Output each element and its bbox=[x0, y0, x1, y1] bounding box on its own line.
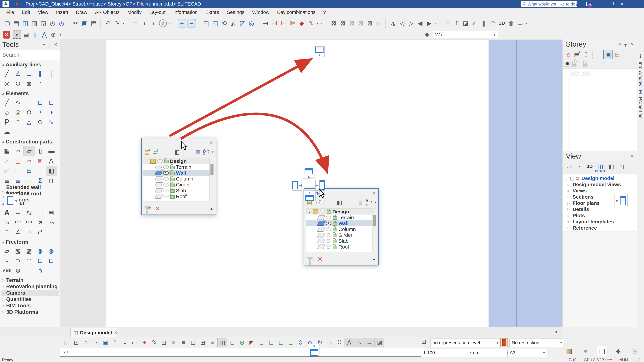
layer-type-icon[interactable] bbox=[155, 171, 163, 175]
storey-height-button[interactable]: ↥ bbox=[582, 50, 590, 59]
library-button[interactable]: ▥ bbox=[564, 346, 574, 356]
collapsed-section[interactable]: Renovation planning bbox=[1, 283, 59, 290]
circle-tool[interactable]: ◎ bbox=[12, 107, 24, 117]
level-point-tool[interactable]: +0.1 bbox=[24, 217, 34, 227]
layer-name[interactable]: Slab bbox=[176, 188, 186, 193]
stretch-insert-button[interactable]: ⇥ bbox=[261, 19, 270, 28]
layer-name[interactable]: Design bbox=[170, 158, 187, 164]
level-dim-tool[interactable]: +0.0 bbox=[12, 217, 24, 227]
print-preview-button[interactable]: ◲ bbox=[39, 19, 48, 28]
panel-menu-button[interactable] bbox=[619, 42, 621, 46]
visibility-eye-icon[interactable] bbox=[163, 177, 169, 181]
lock-icon[interactable] bbox=[333, 234, 337, 237]
view-more-button[interactable]: ▾ bbox=[434, 19, 438, 28]
lock-icon[interactable] bbox=[333, 222, 337, 226]
tools-search[interactable]: ⚲ bbox=[0, 50, 60, 60]
view-item[interactable]: ▷ Plots bbox=[563, 212, 636, 219]
storey-state-icon[interactable] bbox=[572, 61, 577, 66]
arc-tool-button[interactable]: ◠ bbox=[488, 19, 498, 28]
menu-item[interactable]: View bbox=[34, 9, 52, 15]
select-marquee-button[interactable]: ➤ bbox=[13, 30, 21, 39]
new-window-button[interactable]: ◱ bbox=[62, 338, 72, 347]
lock-icon[interactable] bbox=[170, 195, 174, 199]
view-item[interactable]: ▷ Reference bbox=[563, 225, 636, 231]
aux-tangent-circle-tool[interactable]: ◍ bbox=[24, 79, 34, 88]
view-previous-button[interactable]: ◁ bbox=[398, 19, 406, 28]
more-menu[interactable]: ... bbox=[608, 348, 612, 354]
paste-button[interactable]: ▤ bbox=[89, 19, 98, 28]
visibility-eye-icon[interactable] bbox=[320, 210, 325, 214]
roof-tool-button[interactable]: ⌂ bbox=[470, 19, 479, 28]
menu-item[interactable]: Settings bbox=[223, 9, 248, 15]
separator[interactable] bbox=[68, 19, 69, 28]
menu-item[interactable]: Information bbox=[170, 9, 202, 15]
layer-type-icon[interactable] bbox=[150, 159, 156, 164]
minimize-button[interactable]: – bbox=[597, 0, 606, 8]
layer-contrast-button[interactable]: ◧ bbox=[335, 198, 344, 207]
storey-structure-button[interactable]: ⊟ bbox=[613, 50, 622, 59]
layer-row[interactable]: Slab bbox=[144, 188, 210, 193]
visibility-eye-icon[interactable] bbox=[326, 245, 332, 249]
lock-icon[interactable] bbox=[164, 160, 168, 163]
separator[interactable] bbox=[162, 148, 171, 156]
layer-type-icon[interactable] bbox=[313, 209, 318, 214]
properties-select-button[interactable]: ⊕ bbox=[49, 31, 57, 39]
layer-row[interactable]: Girder bbox=[306, 232, 372, 238]
help-button[interactable]: ? bbox=[159, 19, 167, 27]
layer-row[interactable]: Roof bbox=[306, 244, 372, 250]
chevron-down-icon[interactable] bbox=[575, 162, 584, 171]
zoom-in-button[interactable]: + bbox=[178, 19, 186, 27]
dim-to-line-tool[interactable]: ⇥ bbox=[24, 227, 34, 237]
expand-chevron[interactable]: ▷ bbox=[567, 183, 570, 187]
aux-point-circle-tool[interactable]: ⊙ bbox=[12, 79, 24, 88]
text-tool[interactable]: A bbox=[1, 208, 12, 217]
modify-more-button[interactable]: ▾ bbox=[315, 19, 320, 28]
hidden-line-button[interactable]: ⊞ bbox=[198, 338, 208, 347]
new-file-button[interactable]: ▢ bbox=[3, 19, 12, 28]
layer-name[interactable]: Slab bbox=[338, 238, 348, 244]
measure-element-button[interactable]: ◎ bbox=[247, 19, 256, 28]
menu-item[interactable]: ? bbox=[319, 9, 330, 15]
zoom-fit-button[interactable]: ▣ bbox=[100, 338, 110, 347]
restriction-combo[interactable]: No restriction bbox=[510, 339, 564, 347]
close-icon[interactable] bbox=[372, 191, 376, 196]
expand-chevron[interactable]: ⌄ bbox=[307, 210, 312, 214]
expand-chevron[interactable]: ⌄ bbox=[565, 176, 570, 180]
side-tab[interactable]: ℹ Info window bbox=[637, 51, 644, 86]
dock-right-indicator[interactable]: ▶ bbox=[614, 194, 628, 207]
layer-row[interactable]: Roof bbox=[144, 193, 210, 199]
layer-name[interactable]: Column bbox=[176, 176, 193, 182]
section-auxiliary-lines[interactable]: Auxiliary-lines bbox=[1, 61, 59, 68]
restriction-door-icon[interactable] bbox=[500, 338, 508, 347]
separator[interactable] bbox=[100, 19, 101, 28]
collapse-button[interactable]: ▲ bbox=[210, 206, 213, 211]
camera-button[interactable]: ▭ bbox=[516, 19, 524, 28]
undo-more-button[interactable]: ▾ bbox=[122, 19, 126, 28]
separator[interactable] bbox=[440, 19, 441, 28]
section-elements[interactable]: Elements bbox=[1, 90, 59, 97]
layer-row[interactable]: Girder bbox=[144, 182, 210, 188]
separator[interactable] bbox=[128, 19, 129, 28]
layer-help-button[interactable]: ? bbox=[207, 149, 210, 155]
delete-segment-button[interactable]: ◆ bbox=[297, 19, 306, 28]
center-view-button[interactable]: + bbox=[140, 338, 149, 347]
stairs-railing-tool[interactable]: ≣ bbox=[12, 176, 24, 186]
trim-cross-button[interactable]: ⊢ bbox=[279, 19, 288, 28]
expand-chevron[interactable]: ▷ bbox=[567, 201, 570, 205]
boolean-add-tool[interactable]: ⊞ bbox=[34, 256, 46, 266]
section-construction-parts[interactable]: Construction parts bbox=[1, 138, 59, 145]
view-item[interactable]: ▷ Details bbox=[563, 206, 636, 212]
layer-row[interactable]: Slab bbox=[306, 238, 372, 244]
wall-opening-tool[interactable]: ⊓ bbox=[46, 176, 57, 186]
undo-button[interactable]: ↶ bbox=[103, 19, 112, 28]
lock-icon[interactable] bbox=[170, 166, 174, 169]
revolve-tool[interactable]: ⊚ bbox=[12, 266, 24, 275]
storey-roof-row[interactable] bbox=[563, 71, 636, 77]
save-version-button[interactable]: ◷ bbox=[57, 19, 66, 28]
shaded-sphere-button[interactable]: ● bbox=[208, 338, 217, 347]
more-menu[interactable]: ... bbox=[641, 348, 644, 354]
angle-dim-tool[interactable]: ∠ bbox=[12, 227, 24, 237]
slab-tool[interactable]: ▱ bbox=[12, 146, 24, 156]
view-next-button[interactable]: ▷ bbox=[406, 19, 416, 28]
visibility-eye-icon[interactable] bbox=[326, 222, 332, 225]
